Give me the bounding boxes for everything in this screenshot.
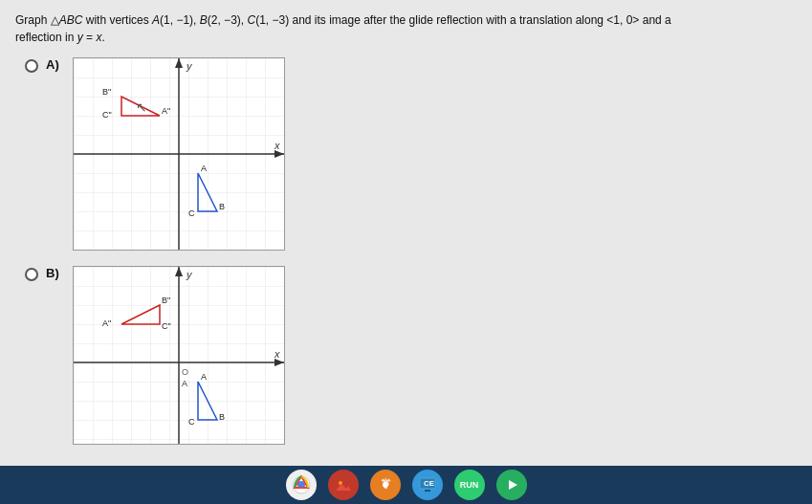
- content-area: Graph △ABC with vertices A(1, −1), B(2, …: [0, 0, 812, 466]
- run-badge[interactable]: RUN: [454, 470, 485, 500]
- svg-text:A": A": [162, 106, 170, 116]
- svg-text:B: B: [219, 412, 225, 422]
- svg-text:A": A": [102, 318, 111, 328]
- svg-text:↖: ↖: [136, 99, 147, 115]
- svg-text:A: A: [182, 379, 187, 388]
- option-a-row: A) y: [25, 57, 797, 251]
- svg-rect-40: [425, 490, 430, 492]
- graph-a-svg: y x A B C: [74, 58, 284, 250]
- svg-text:C": C": [102, 110, 112, 120]
- option-b-radio[interactable]: [25, 268, 38, 281]
- settings-icon[interactable]: [370, 470, 401, 500]
- svg-text:C: C: [188, 417, 195, 427]
- options-container: A) y: [15, 57, 797, 445]
- svg-text:A: A: [201, 372, 207, 382]
- svg-text:C: C: [188, 208, 195, 218]
- taskbar: CE RUN: [0, 466, 812, 504]
- svg-text:C": C": [162, 321, 171, 331]
- svg-text:B": B": [102, 87, 111, 97]
- svg-text:A: A: [201, 164, 207, 173]
- question-text: Graph △ABC with vertices A(1, −1), B(2, …: [15, 11, 780, 46]
- chrome-icon[interactable]: [286, 470, 317, 500]
- run-label: RUN: [460, 480, 479, 490]
- svg-text:x: x: [274, 348, 280, 360]
- svg-text:B: B: [219, 202, 225, 211]
- graph-b-svg: y x A B C B" A" C" O: [74, 267, 284, 444]
- photo-icon[interactable]: [328, 470, 359, 500]
- desktop-icon[interactable]: CE: [412, 470, 443, 500]
- option-b-graph: y x A B C B" A" C" O: [73, 266, 285, 445]
- option-b-row: B) y x: [25, 266, 797, 445]
- option-b-label: B): [46, 266, 59, 280]
- svg-text:x: x: [274, 140, 280, 151]
- svg-text:O: O: [182, 367, 188, 377]
- svg-text:B": B": [162, 296, 170, 305]
- option-a-graph: y x A B C: [73, 57, 285, 251]
- svg-text:CE: CE: [424, 479, 435, 488]
- option-a-radio[interactable]: [25, 59, 38, 73]
- play-icon[interactable]: [496, 470, 527, 500]
- option-a-label: A): [46, 57, 59, 72]
